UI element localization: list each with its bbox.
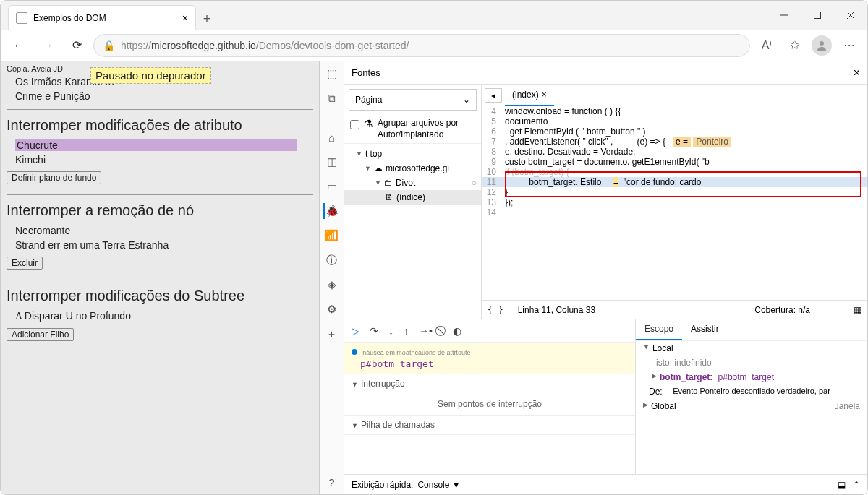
svg-rect-1: [814, 12, 821, 19]
flask-icon: ⚗: [364, 118, 373, 129]
step-over-icon[interactable]: ↷: [370, 325, 378, 337]
device-icon[interactable]: ⧉: [324, 90, 340, 106]
new-tab-button[interactable]: +: [196, 8, 218, 30]
close-icon[interactable]: ×: [542, 90, 547, 100]
maximize-button[interactable]: [801, 1, 834, 30]
favorite-icon[interactable]: ✩: [782, 33, 807, 58]
welcome-icon[interactable]: ⌂: [324, 129, 340, 145]
url-text: https://microsoftedge.github.io/Demos/de…: [121, 40, 409, 51]
close-window-button[interactable]: [834, 1, 867, 30]
coverage-label: Cobertura: n/a: [754, 305, 810, 315]
step-into-icon[interactable]: ↓: [388, 325, 393, 337]
debugger-toolbar: ▷ ↷ ↓ ↑ →• ⃠ ◐: [344, 319, 635, 343]
sources-icon[interactable]: 🐞: [323, 203, 339, 219]
page-content: Cópia. Aveia JD Pausado no depurador Os …: [1, 61, 319, 494]
inspect-icon[interactable]: ⬚: [324, 66, 340, 82]
page-favicon: [16, 12, 27, 24]
elements-icon[interactable]: ◫: [324, 154, 340, 170]
resume-icon[interactable]: ▷: [352, 325, 359, 337]
chevron-down-icon: ⌄: [463, 95, 470, 105]
svg-point-4: [820, 41, 824, 46]
tree-folder[interactable]: ▼🗀 Divot○: [344, 176, 481, 190]
breakpoints-empty: Sem pontos de interrupção: [344, 393, 635, 415]
window-controls: [767, 1, 867, 30]
console-icon[interactable]: ▭: [324, 178, 340, 194]
devtools-header: Fontes ×: [344, 61, 867, 85]
highlighted-element[interactable]: Chucrute: [15, 139, 297, 151]
group-by-option[interactable]: ⚗ Agrupar arquivos por Autor/Implantado: [344, 115, 481, 144]
section-heading: Interromper modificações de atributo: [7, 117, 313, 134]
breakpoints-section[interactable]: ▼Interrupção: [344, 374, 635, 393]
editor-back-button[interactable]: ◂: [485, 88, 502, 103]
cursor-position: Linha 11, Coluna 33: [518, 305, 595, 315]
code-editor: ◂ (index) × 4window.onload = function ( …: [482, 85, 867, 319]
step-out-icon[interactable]: ↑: [404, 325, 409, 337]
tab-watch[interactable]: Assistir: [682, 319, 728, 340]
scope-botm-target[interactable]: ▶botm_target: p#botm_target: [636, 370, 867, 384]
step-icon[interactable]: →•: [419, 325, 433, 337]
callstack-section[interactable]: ▼Pilha de chamadas: [344, 416, 635, 434]
browser-tab[interactable]: Exemplos do DOM ×: [8, 5, 196, 30]
minimize-button[interactable]: [767, 1, 801, 30]
page-selector[interactable]: Página⌄: [349, 89, 477, 111]
debugger-panel: ▷ ↷ ↓ ↑ →• ⃠ ◐ náusea em moatncauons de …: [344, 319, 636, 474]
add-tool-icon[interactable]: ＋: [324, 326, 340, 342]
delete-button[interactable]: Excluir: [7, 257, 43, 270]
paused-banner: Pausado no depurador: [90, 67, 211, 84]
network-icon[interactable]: 📶: [324, 228, 340, 244]
scope-global[interactable]: ▶GlobalJanela: [636, 399, 867, 413]
devtools-panel: ⬚ ⧉ ⌂ ◫ ▭ 🐞 📶 ⓘ ◈ ⚙ ＋ ? Fontes ×: [319, 61, 867, 494]
drawer-label: Exibição rápida:: [352, 480, 413, 490]
read-aloud-icon[interactable]: A⁾: [754, 33, 779, 58]
scope-this: isto: indefinido: [636, 356, 867, 370]
sources-sidebar: Página⌄ ⚗ Agrupar arquivos por Autor/Imp…: [344, 85, 482, 319]
pause-dot-icon: [352, 349, 357, 355]
drawer-collapse-icon[interactable]: ⌃: [853, 480, 860, 490]
performance-icon[interactable]: ⓘ: [324, 252, 340, 268]
avatar-icon: [812, 35, 832, 56]
group-checkbox[interactable]: [350, 120, 359, 129]
add-child-button[interactable]: Adicionar Filho: [7, 328, 74, 341]
menu-button[interactable]: ⋯: [837, 33, 861, 58]
memory-icon[interactable]: ◈: [324, 277, 340, 293]
close-devtools-icon[interactable]: ×: [854, 66, 860, 79]
scope-panel: Escopo Assistir ▼Local isto: indefinido …: [636, 319, 867, 474]
pause-reason: náusea em moatncauons de attrtoute p#bot…: [344, 343, 635, 374]
application-icon[interactable]: ⚙: [324, 301, 340, 317]
list-item: A Disparar U no Profundo: [15, 310, 305, 322]
drawer-dock-icon[interactable]: ⬓: [838, 480, 846, 490]
forward-button[interactable]: →: [35, 33, 60, 58]
tab-title: Exemplos do DOM: [33, 13, 106, 23]
scope-local[interactable]: ▼Local: [636, 341, 867, 356]
drawer: Exibição rápida: Console ▼ ⬓ ⌃: [344, 474, 867, 494]
list-item: Necromante: [15, 225, 305, 236]
address-bar: ← → ⟳ 🔒 https://microsoftedge.github.io/…: [1, 30, 867, 61]
pause-exceptions-icon[interactable]: ◐: [453, 325, 461, 337]
file-tree: ▼t top ▼☁ microsoftedge.gi ▼🗀 Divot○ 🗎 (…: [344, 144, 481, 207]
tree-top[interactable]: ▼t top: [344, 147, 481, 161]
tab-scope[interactable]: Escopo: [636, 319, 682, 340]
drawer-select[interactable]: Console ▼: [417, 480, 460, 490]
code-area[interactable]: 4window.onload = function ( ) {{ 5 docum…: [482, 106, 867, 300]
editor-tab[interactable]: (index) ×: [505, 85, 554, 106]
list-item: Strand err em uma Terra Estranha: [15, 239, 305, 251]
pause-element[interactable]: p#botm_target: [360, 358, 628, 369]
tree-origin[interactable]: ▼☁ microsoftedge.gi: [344, 161, 481, 176]
pretty-print-icon[interactable]: { }: [488, 305, 503, 315]
help-icon[interactable]: ?: [324, 474, 340, 490]
url-input[interactable]: 🔒 https://microsoftedge.github.io/Demos/…: [93, 34, 750, 57]
section-heading: Interromper a remoção de nó: [7, 202, 313, 219]
refresh-button[interactable]: ⟳: [64, 33, 89, 58]
profile-button[interactable]: [809, 33, 834, 58]
close-tab-icon[interactable]: ×: [182, 12, 188, 24]
coverage-icon[interactable]: ▦: [854, 305, 861, 315]
back-button[interactable]: ←: [7, 33, 31, 58]
panel-title: Fontes: [352, 67, 380, 78]
set-background-button[interactable]: Definir plano de fundo: [7, 171, 101, 184]
tree-file-index[interactable]: 🗎 (índice): [344, 190, 481, 205]
lock-icon: 🔒: [103, 40, 115, 51]
section-heading: Interromper modificações do Subtree: [7, 288, 313, 304]
titlebar: Exemplos do DOM × +: [1, 1, 867, 30]
list-item: Kimchi: [15, 154, 305, 165]
list-item: Crime e Punição: [15, 90, 305, 102]
